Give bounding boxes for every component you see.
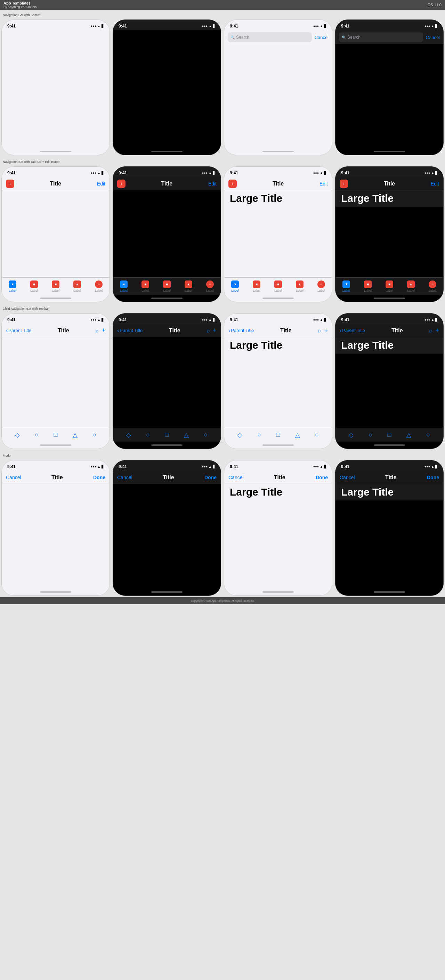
phone-frame: 9:41 ●●●▲▊ ‹ Parent Title Title ⌕ + ◇ — [2, 313, 110, 449]
phone-search-4: 9:41 ●●● ▲ ▊ 🔍 Search Cancel — [334, 18, 445, 157]
nav-done-button[interactable]: Done — [316, 475, 328, 480]
nav-back-button[interactable]: ‹ Parent Title — [117, 328, 143, 334]
nav-bar: + Title Edit — [113, 177, 221, 190]
nav-cancel-button[interactable]: Cancel — [228, 475, 244, 480]
tab-item-3[interactable]: ■ Label — [157, 280, 177, 292]
toolbar-icon-5[interactable]: ○ — [92, 431, 96, 439]
toolbar-icon-5[interactable]: ○ — [315, 431, 319, 439]
tab-label: Label — [30, 289, 38, 292]
toolbar-icon-2[interactable]: ○ — [257, 431, 261, 439]
tab-label: Label — [407, 289, 415, 292]
tab-item-5[interactable]: ○ Label — [89, 280, 108, 292]
nav-edit-button[interactable]: Edit — [320, 181, 328, 186]
search-nav-icon[interactable]: ⌕ — [318, 328, 321, 334]
toolbar-icon-1[interactable]: ◇ — [238, 431, 242, 439]
search-nav-icon[interactable]: ⌕ — [95, 328, 99, 334]
nav-edit-button[interactable]: Edit — [431, 181, 439, 186]
nav-cancel-button[interactable]: Cancel — [340, 475, 355, 480]
tab-item-3[interactable]: ■ Label — [268, 280, 288, 292]
toolbar-icon-1[interactable]: ◇ — [126, 431, 131, 439]
nav-done-button[interactable]: Done — [204, 475, 217, 480]
phone-frame: 9:41 ●●●▲▊ Cancel Title Done Large Title — [224, 460, 333, 596]
search-nav-icon[interactable]: ⌕ — [206, 328, 210, 334]
toolbar-icon-2[interactable]: ○ — [35, 431, 39, 439]
toolbar-icon-5[interactable]: ○ — [426, 431, 430, 439]
toolbar-icon-2[interactable]: ○ — [146, 431, 150, 439]
nav-back-button[interactable]: ‹ Parent Title — [6, 328, 31, 334]
tab-item-2[interactable]: ■ Label — [136, 280, 155, 292]
toolbar-icon-1[interactable]: ◇ — [15, 431, 20, 439]
nav-cancel-button[interactable]: Cancel — [6, 475, 21, 480]
plus-nav-icon[interactable]: + — [213, 327, 217, 334]
home-bar — [374, 151, 405, 152]
nav-edit-button[interactable]: Edit — [208, 181, 217, 186]
plus-nav-icon[interactable]: + — [324, 327, 328, 334]
status-bar: 9:41 ●●● ▲ ▊ — [113, 20, 221, 30]
row-tabbar: 9:41 ●●●▲▊ + Title Edit ★ Label ■ Label — [0, 165, 445, 304]
toolbar-icon-5[interactable]: ○ — [204, 431, 207, 439]
tab-item-4[interactable]: ▲ Label — [179, 280, 198, 292]
home-indicator — [336, 442, 443, 449]
search-field[interactable]: 🔍 Search — [339, 32, 423, 42]
nav-cancel-button[interactable]: Cancel — [117, 475, 133, 480]
tab-item-2[interactable]: ■ Label — [24, 280, 44, 292]
toolbar-icon-1[interactable]: ◇ — [349, 431, 353, 439]
search-bar[interactable]: 🔍 Search Cancel — [224, 30, 332, 44]
tab-item-4[interactable]: ▲ Label — [290, 280, 309, 292]
toolbar-icon-3[interactable]: □ — [54, 431, 58, 439]
toolbar-icon-3[interactable]: □ — [388, 431, 391, 439]
search-cancel-button[interactable]: Cancel — [315, 35, 329, 40]
tab-item-1[interactable]: ★ Label — [114, 280, 133, 292]
tab-item-4[interactable]: ▲ Label — [401, 280, 421, 292]
search-nav-icon[interactable]: ⌕ — [429, 328, 432, 334]
tab-item-1[interactable]: ★ Label — [3, 280, 22, 292]
plus-nav-icon[interactable]: + — [101, 327, 105, 334]
home-bar — [151, 151, 182, 152]
toolbar-icon-4[interactable]: △ — [406, 431, 411, 439]
toolbar-icon-3[interactable]: □ — [165, 431, 169, 439]
toolbar-icon-3[interactable]: □ — [276, 431, 280, 439]
tab-item-3[interactable]: ■ Label — [46, 280, 65, 292]
tab-label: Label — [386, 289, 393, 292]
phone-frame: 9:41 ●●●▲▊ + Title Edit Large Title ★ La… — [224, 166, 333, 302]
toolbar-icon-4[interactable]: △ — [73, 431, 78, 439]
plus-nav-icon[interactable]: + — [435, 327, 439, 334]
content-area — [224, 500, 332, 589]
search-cancel-button[interactable]: Cancel — [426, 35, 440, 40]
nav-back-button[interactable]: ‹ Parent Title — [228, 328, 254, 334]
toolbar-icon-2[interactable]: ○ — [369, 431, 372, 439]
tab-item-5[interactable]: ○ Label — [423, 280, 442, 292]
nav-title: Title — [280, 328, 292, 334]
nav-left-icon[interactable]: + — [340, 180, 348, 188]
tab-item-4[interactable]: ▲ Label — [67, 280, 87, 292]
nav-left-icon[interactable]: + — [117, 180, 125, 188]
nav-edit-button[interactable]: Edit — [97, 181, 105, 186]
tab-item-5[interactable]: ○ Label — [200, 280, 220, 292]
tab-item-2[interactable]: ■ Label — [358, 280, 378, 292]
nav-done-button[interactable]: Done — [427, 475, 439, 480]
nav-back-button[interactable]: ‹ Parent Title — [340, 328, 365, 334]
tab-item-5[interactable]: ○ Label — [312, 280, 331, 292]
nav-back-label: Parent Title — [342, 328, 365, 333]
tab-item-2[interactable]: ■ Label — [247, 280, 266, 292]
nav-bar: ‹ Parent Title Title ⌕ + — [336, 324, 443, 337]
tab-item-3[interactable]: ■ Label — [380, 280, 399, 292]
nav-left-icon[interactable]: + — [228, 180, 237, 188]
nav-left-icon[interactable]: + — [6, 180, 14, 188]
large-title-area: Large Title — [224, 337, 332, 353]
toolbar-icon-4[interactable]: △ — [295, 431, 300, 439]
nav-title: Title — [384, 181, 395, 187]
nav-back-label: Parent Title — [120, 328, 143, 333]
phone-search-1: 9:41 ●●● ▲ ▊ — [0, 18, 111, 157]
toolbar-icon-4[interactable]: △ — [184, 431, 189, 439]
search-bar[interactable]: 🔍 Search Cancel — [336, 30, 443, 44]
home-indicator — [224, 148, 332, 155]
tab-item-1[interactable]: ★ Label — [337, 280, 356, 292]
content-area — [113, 190, 221, 277]
nav-done-button[interactable]: Done — [93, 475, 105, 480]
status-bar: 9:41 ●●●▲▊ — [2, 460, 109, 471]
tab-item-1[interactable]: ★ Label — [225, 280, 245, 292]
search-field[interactable]: 🔍 Search — [228, 32, 312, 42]
home-indicator — [2, 148, 109, 155]
large-title-area: Large Title — [336, 190, 443, 207]
